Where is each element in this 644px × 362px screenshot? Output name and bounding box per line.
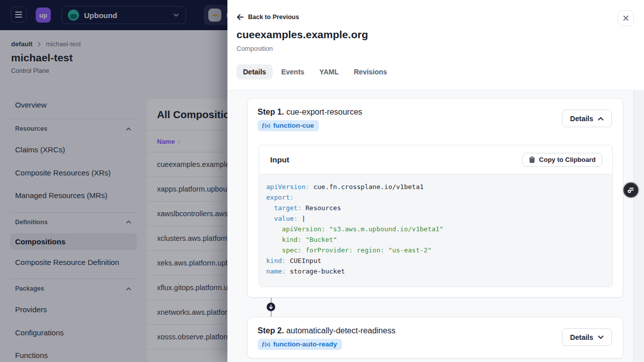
function-badge: ƒ(x) function-cue — [258, 120, 319, 131]
copy-to-clipboard-button[interactable]: Copy to Clipboard — [522, 153, 602, 167]
copy-button-label: Copy to Clipboard — [539, 156, 596, 163]
details-button-label: Details — [570, 115, 593, 123]
fx-function-icon: ƒ(x) — [262, 122, 270, 129]
arrow-down-circle-icon — [267, 303, 275, 311]
tab-details[interactable]: Details — [236, 64, 273, 79]
panel-header: Back to Previous cueexamples.example.org… — [227, 0, 644, 90]
code-line: kind: "Bucket" — [266, 234, 605, 245]
code-line: value: | — [266, 213, 605, 224]
function-badge-label: function-cue — [273, 122, 314, 129]
tab-revisions[interactable]: Revisions — [347, 64, 393, 79]
input-card-header: Input Copy to Clipboard — [259, 145, 612, 174]
function-badge-label: function-auto-ready — [273, 340, 337, 348]
code-line: name: storage-bucket — [266, 266, 605, 277]
step-2-details-button[interactable]: Details — [562, 328, 612, 346]
chevron-up-icon — [598, 117, 604, 121]
chevron-down-icon — [598, 335, 604, 339]
tab-yaml[interactable]: YAML — [313, 64, 345, 79]
right-rail — [633, 90, 644, 362]
back-arrow-icon — [236, 14, 244, 21]
function-badge: ƒ(x) function-auto-ready — [258, 339, 342, 350]
code-line: kind: CUEInput — [266, 255, 605, 266]
composition-detail-panel: Back to Previous cueexamples.example.org… — [227, 0, 644, 362]
input-card: Input Copy to Clipboard apiVersion: cue.… — [259, 145, 613, 287]
pipeline-step-1-card: Step 1. cue-export-resources ƒ(x) functi… — [247, 98, 623, 298]
input-card-title: Input — [270, 155, 289, 164]
close-icon — [623, 15, 629, 21]
fx-function-icon: ƒ(x) — [262, 340, 270, 348]
code-line: apiVersion: "s3.aws.m.upbound.io/v1beta1… — [266, 224, 605, 234]
code-line: export: — [266, 192, 605, 203]
pipeline-step-2-card: Step 2. automatically-detect-readiness ƒ… — [247, 317, 623, 358]
step-1-name: cue-export-resources — [286, 108, 362, 116]
panel-subtitle: Composition — [236, 45, 273, 52]
step-2-label: Step 2. — [258, 326, 284, 335]
details-button-label: Details — [570, 333, 593, 341]
tab-events[interactable]: Events — [275, 64, 311, 79]
step-2-name: automatically-detect-readiness — [286, 326, 395, 335]
step-1-label: Step 1. — [258, 108, 284, 116]
code-line: apiVersion: cue.fn.crossplane.io/v1beta1 — [266, 182, 605, 192]
code-block: apiVersion: cue.fn.crossplane.io/v1beta1… — [259, 174, 612, 287]
inspector-toggle-icon — [627, 186, 635, 194]
close-button[interactable] — [618, 10, 634, 26]
code-line: spec: forProvider: region: "us-east-2" — [266, 245, 605, 255]
back-to-previous-link[interactable]: Back to Previous — [236, 14, 299, 21]
panel-body: Step 1. cue-export-resources ƒ(x) functi… — [227, 90, 644, 362]
panel-title: cueexamples.example.org — [236, 29, 368, 41]
code-line: target: Resources — [266, 203, 605, 213]
back-link-label: Back to Previous — [248, 14, 299, 21]
inspector-toggle-button[interactable] — [623, 183, 638, 198]
panel-tabs: Details Events YAML Revisions — [236, 64, 393, 79]
step-1-details-button[interactable]: Details — [562, 110, 612, 127]
clipboard-icon — [529, 156, 535, 163]
